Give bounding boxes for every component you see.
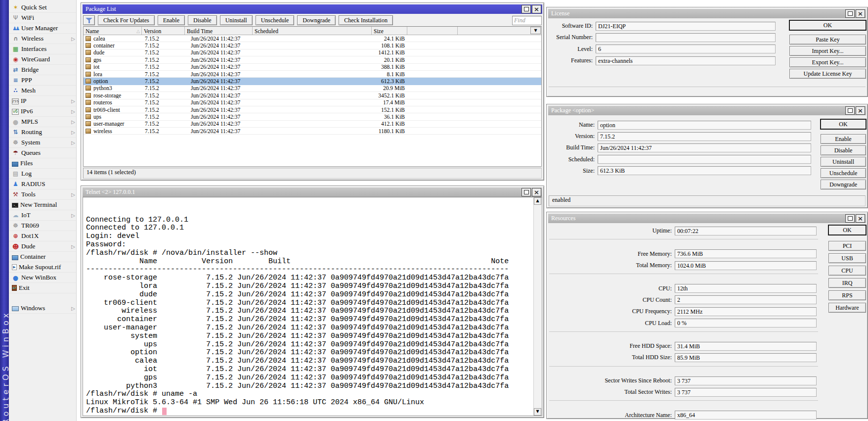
field-value-box[interactable]	[598, 155, 811, 164]
toolbar-button[interactable]: Check For Updates	[98, 15, 155, 25]
package-row[interactable]: python3 7.15.2 Jun/26/2024 11:42:37 20.9…	[84, 85, 541, 92]
package-row[interactable]: container 7.15.2 Jun/26/2024 11:42:37 10…	[84, 42, 541, 49]
field-value-box[interactable]: 3 737	[675, 388, 817, 397]
sidebar-item[interactable]: IPv6 ▷	[9, 106, 76, 117]
sidebar-item[interactable]: Files	[9, 158, 76, 169]
sidebar-item[interactable]: Log	[9, 169, 76, 179]
dialog-button[interactable]: OK	[821, 119, 866, 129]
sidebar-item[interactable]	[9, 293, 76, 303]
resources-titlebar[interactable]: Resources ×	[548, 214, 866, 223]
toolbar-button[interactable]: Enable	[158, 15, 185, 25]
sidebar-item[interactable]: Routing ▷	[9, 127, 76, 138]
package-row[interactable]: dude 7.15.2 Jun/26/2024 11:42:37 1412.1 …	[84, 49, 541, 56]
field-value-box[interactable]: 00:07:22	[675, 227, 817, 235]
package-row[interactable]: calea 7.15.2 Jun/26/2024 11:42:37 24.1 K…	[84, 35, 541, 42]
dialog-button[interactable]: OK	[828, 225, 866, 235]
sidebar-item[interactable]: Interfaces	[9, 44, 76, 54]
package-list-titlebar[interactable]: Package List ×	[83, 4, 542, 14]
close-button[interactable]: ×	[856, 9, 865, 18]
field-value-box[interactable]	[596, 33, 776, 42]
scroll-up-button[interactable]	[534, 197, 541, 205]
sidebar-item[interactable]: WireGuard	[9, 54, 76, 65]
toolbar-button[interactable]: Uninstall	[220, 15, 253, 25]
field-value-box[interactable]: x86_64	[675, 411, 817, 420]
field-value-box[interactable]: extra-channels	[596, 56, 776, 65]
package-option-titlebar[interactable]: Package <option> ×	[548, 106, 866, 115]
toolbar-button[interactable]: Downgrade	[297, 15, 336, 25]
dialog-button[interactable]: RPS	[828, 290, 866, 300]
package-row[interactable]: routeros 7.15.2 Jun/26/2024 11:42:37 17.…	[84, 99, 541, 106]
toolbar-button[interactable]: Unschedule	[256, 15, 295, 25]
field-value-box[interactable]: 2112 MHz	[675, 307, 817, 316]
sidebar-item[interactable]: Queues	[9, 148, 76, 158]
filter-button[interactable]	[83, 15, 95, 25]
sidebar-item[interactable]: Tools ▷	[9, 189, 76, 200]
dialog-button[interactable]: CPU	[828, 266, 866, 276]
column-header-name[interactable]: Name	[84, 27, 142, 35]
dialog-button[interactable]: IRQ	[828, 278, 866, 288]
dialog-button[interactable]: PCI	[828, 241, 866, 251]
sidebar-item[interactable]: Make Supout.rif	[9, 262, 76, 273]
dialog-button[interactable]: Uninstall	[821, 157, 866, 167]
sidebar-item[interactable]: Bridge	[9, 65, 76, 75]
dialog-button[interactable]: Paste Key	[789, 35, 866, 45]
sidebar-item[interactable]: IP ▷	[9, 96, 76, 106]
field-value-box[interactable]: 1024.0 MiB	[675, 261, 817, 270]
column-header-size[interactable]: Size	[372, 27, 407, 35]
license-titlebar[interactable]: License ×	[548, 9, 866, 18]
sidebar-item[interactable]: Dude ▷	[9, 241, 76, 252]
sidebar-item[interactable]: System ▷	[9, 138, 76, 148]
column-header-version[interactable]: Version	[142, 27, 185, 35]
column-header-scheduled[interactable]: Scheduled	[253, 27, 372, 35]
find-input[interactable]	[512, 16, 542, 25]
maximize-button[interactable]	[521, 188, 531, 196]
field-value-box[interactable]: DJ21-EIQP	[596, 22, 776, 31]
sidebar-item[interactable]: MPLS ▷	[9, 117, 76, 127]
close-button[interactable]: ×	[532, 188, 541, 196]
package-row[interactable]: rose-storage 7.15.2 Jun/26/2024 11:42:37…	[84, 92, 541, 99]
sidebar-item[interactable]: New WinBox	[9, 273, 76, 283]
terminal-area[interactable]: Connecting to 127.0.0.1 Connected to 127…	[83, 197, 542, 416]
sidebar-item[interactable]: New Terminal	[9, 200, 76, 210]
dialog-button[interactable]: OK	[789, 20, 866, 30]
maximize-button[interactable]	[845, 106, 855, 115]
telnet-titlebar[interactable]: Telnet <2> 127.0.0.1 ×	[83, 187, 542, 197]
field-value-box[interactable]: 6	[596, 45, 776, 53]
field-value-box[interactable]: option	[598, 121, 811, 130]
maximize-button[interactable]	[521, 5, 531, 13]
sidebar-item[interactable]: Wireless ▷	[9, 34, 76, 44]
package-row[interactable]: ups 7.15.2 Jun/26/2024 11:42:37 36.1 KiB	[84, 113, 541, 120]
field-value-box[interactable]: 85.9 MiB	[675, 353, 817, 362]
field-value-box[interactable]: 12th	[675, 284, 817, 293]
package-row[interactable]: lora 7.15.2 Jun/26/2024 11:42:37 8.1 KiB	[84, 71, 541, 78]
column-header-build-time[interactable]: Build Time	[185, 27, 253, 35]
dialog-button[interactable]: Import Key...	[789, 46, 866, 56]
package-row[interactable]: tr069-client 7.15.2 Jun/26/2024 11:42:37…	[84, 106, 541, 113]
column-select-button[interactable]	[530, 27, 541, 34]
sidebar-item[interactable]: Exit	[9, 283, 76, 293]
field-value-box[interactable]: 2	[675, 295, 817, 304]
dialog-button[interactable]: Unschedule	[821, 168, 866, 178]
terminal-scrollbar[interactable]	[533, 197, 542, 416]
sidebar-item[interactable]: WiFi	[9, 13, 76, 23]
field-value-box[interactable]: 0 %	[675, 319, 817, 327]
sidebar-item[interactable]: RADIUS	[9, 179, 76, 189]
sidebar-item[interactable]: TR069	[9, 221, 76, 231]
sidebar-item[interactable]: PPP	[9, 75, 76, 86]
dialog-button[interactable]: Update License Key	[789, 69, 866, 79]
dialog-button[interactable]: Downgrade	[821, 180, 866, 189]
package-row[interactable]: wireless 7.15.2 Jun/26/2024 11:42:37 118…	[84, 128, 541, 135]
close-button[interactable]: ×	[856, 214, 865, 223]
maximize-button[interactable]	[845, 214, 855, 223]
dialog-button[interactable]: Enable	[821, 134, 866, 144]
close-button[interactable]: ×	[532, 5, 541, 13]
dialog-button[interactable]: Disable	[821, 145, 866, 155]
sidebar-item[interactable]: Dot1X	[9, 231, 76, 241]
field-value-box[interactable]: 612.3 KiB	[598, 166, 811, 175]
scroll-down-button[interactable]	[534, 408, 541, 416]
dialog-button[interactable]: Hardware	[828, 303, 866, 313]
field-value-box[interactable]: 31.4 MiB	[675, 342, 817, 351]
sidebar-item[interactable]: Mesh	[9, 86, 76, 96]
package-row[interactable]: option 7.15.2 Jun/26/2024 11:42:37 612.3…	[84, 78, 541, 85]
field-value-box[interactable]: Jun/26/2024 11:42:37	[598, 143, 811, 152]
